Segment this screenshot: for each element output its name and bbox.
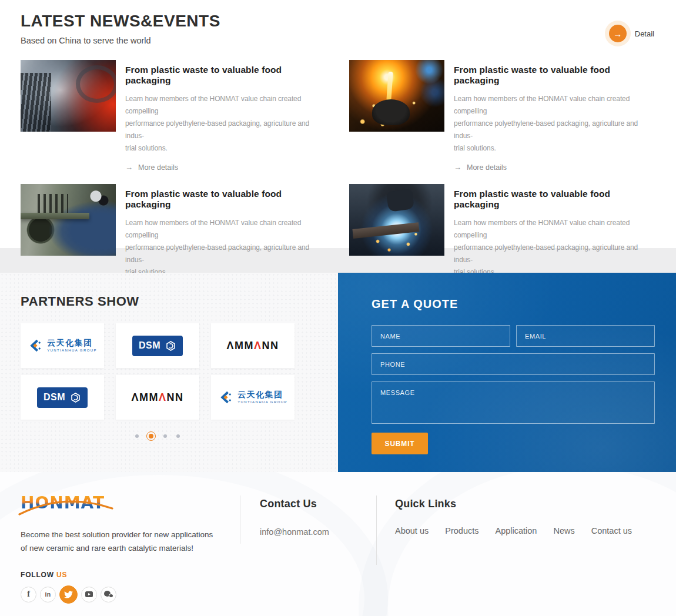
partners-title: PARTNERS SHOW: [21, 294, 338, 309]
wechat-icon[interactable]: [101, 587, 116, 602]
link-application[interactable]: Application: [495, 526, 537, 535]
more-details-link[interactable]: More details: [125, 163, 178, 172]
news-title[interactable]: From plastic waste to valuable food pack…: [454, 65, 658, 86]
email-input[interactable]: [516, 325, 655, 347]
partner-logo-card: DSM: [21, 375, 104, 420]
detail-label: Detail: [635, 29, 654, 38]
ammann-logo: ΛMMΛNN: [131, 391, 183, 404]
news-section: LATEST NEWS&EVENTS Based on China to ser…: [0, 0, 676, 248]
more-details-label: More details: [467, 163, 507, 172]
quote-form: SUBMIT: [372, 325, 655, 454]
contact-email[interactable]: info@honmat.com: [260, 527, 329, 537]
link-contact-us[interactable]: Contact us: [591, 526, 632, 535]
dsm-logo: DSM: [37, 387, 88, 408]
partner-logo-card: ΛMMΛNN: [211, 323, 295, 368]
detail-button[interactable]: Detail: [609, 25, 654, 42]
quote-title: GET A QUOTE: [372, 297, 655, 311]
yuntianhua-logo: 云天化集团YUNTIANHUA GROUP: [237, 390, 287, 404]
message-textarea[interactable]: [372, 381, 655, 424]
submit-button[interactable]: SUBMIT: [372, 433, 428, 454]
news-excerpt: Learn how members of the HONMAT value ch…: [454, 93, 658, 155]
news-title[interactable]: From plastic waste to valuable food pack…: [125, 189, 329, 210]
yuntianhua-logo-icon: [28, 338, 43, 353]
quick-links-heading: Quick Links: [395, 498, 632, 510]
carousel-dot[interactable]: [176, 434, 180, 438]
name-input[interactable]: [372, 325, 510, 347]
footer-contact: Contact Us info@honmat.com: [260, 498, 329, 537]
honmat-logo-text: HONMAT: [21, 493, 105, 513]
contact-heading: Contact Us: [260, 498, 329, 510]
carousel-dot[interactable]: [135, 434, 139, 438]
yuntianhua-logo: 云天化集团YUNTIANHUA GROUP: [47, 339, 97, 353]
link-news[interactable]: News: [553, 526, 574, 535]
carousel-dot[interactable]: [146, 431, 156, 441]
footer-quick-links: Quick Links About us Products Applicatio…: [395, 498, 632, 535]
quote-panel: GET A QUOTE SUBMIT: [338, 273, 676, 472]
follow-us-label: FOLLOW US: [21, 571, 223, 579]
news-image-metal-casting[interactable]: [349, 60, 444, 132]
footer: HONMAT Become the best solution provider…: [0, 472, 676, 616]
news-title[interactable]: From plastic waste to valuable food pack…: [125, 65, 329, 86]
phone-input[interactable]: [372, 353, 655, 375]
partner-logo-card: ΛMMΛNN: [116, 375, 199, 420]
footer-divider: [376, 496, 377, 565]
news-title[interactable]: From plastic waste to valuable food pack…: [454, 189, 658, 210]
youtube-icon[interactable]: [81, 587, 97, 602]
footer-tagline: Become the best solution provider for ne…: [21, 528, 223, 555]
more-details-label: More details: [138, 163, 178, 172]
dsm-logo: DSM: [132, 336, 183, 356]
news-excerpt: Learn how members of the HONMAT value ch…: [454, 217, 658, 279]
partner-logo-card: 云天化集团YUNTIANHUA GROUP: [211, 375, 295, 420]
twitter-icon[interactable]: [59, 585, 78, 604]
news-section-subtitle: Based on China to serve the world: [21, 36, 655, 45]
arrow-right-icon: [609, 25, 627, 42]
carousel-dots: [21, 430, 295, 441]
more-details-link[interactable]: More details: [454, 163, 507, 172]
link-about-us[interactable]: About us: [395, 526, 429, 535]
arrow-right-icon: [125, 163, 133, 172]
news-excerpt: Learn how members of the HONMAT value ch…: [125, 217, 329, 279]
page: LATEST NEWS&EVENTS Based on China to ser…: [0, 0, 676, 616]
news-image-tire-smoke[interactable]: [21, 60, 116, 132]
news-image-lathe-operator[interactable]: [21, 184, 116, 256]
carousel-dot[interactable]: [163, 434, 167, 438]
news-section-title: LATEST NEWS&EVENTS: [21, 12, 655, 31]
honmat-logo: HONMAT: [21, 493, 115, 517]
linkedin-icon[interactable]: in: [40, 587, 56, 602]
news-card: From plastic waste to valuable food pack…: [349, 60, 658, 172]
partner-logo-card: 云天化集团YUNTIANHUA GROUP: [21, 323, 104, 368]
link-products[interactable]: Products: [445, 526, 478, 535]
news-card: From plastic waste to valuable food pack…: [21, 60, 329, 172]
footer-divider: [240, 496, 240, 544]
yuntianhua-logo-icon: [218, 390, 233, 405]
partner-logo-card: DSM: [116, 323, 199, 368]
ammann-logo: ΛMMΛNN: [226, 340, 279, 352]
partners-grid: 云天化集团YUNTIANHUA GROUP DSM ΛMMΛNN DSM ΛMM…: [21, 323, 338, 420]
social-icons: f in: [21, 585, 223, 604]
partners-section: PARTNERS SHOW 云天化集团YUNTIANHUA GROUP DSM …: [0, 273, 338, 472]
mid-section: PARTNERS SHOW 云天化集团YUNTIANHUA GROUP DSM …: [0, 273, 676, 472]
news-image-welding-sparks[interactable]: [349, 184, 444, 256]
arrow-right-icon: [454, 163, 461, 172]
news-excerpt: Learn how members of the HONMAT value ch…: [125, 93, 329, 155]
facebook-icon[interactable]: f: [21, 587, 36, 602]
